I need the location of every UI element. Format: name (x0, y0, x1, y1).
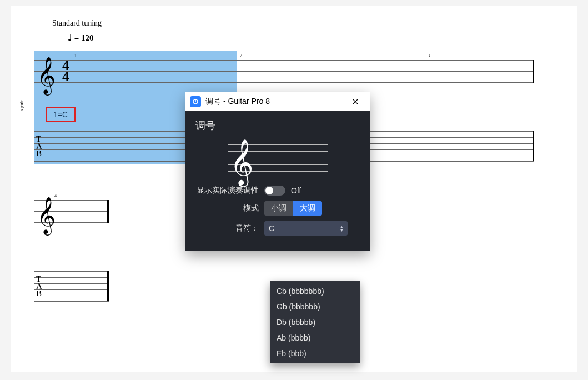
toggle-state: Off (291, 186, 301, 195)
app-icon (190, 96, 201, 107)
standard-staff-1[interactable] (34, 60, 534, 83)
note-option[interactable]: Db (bbbbb) (270, 314, 360, 330)
tab-staff-2[interactable] (34, 271, 109, 301)
mode-label: 模式 (195, 203, 264, 213)
note-option[interactable]: Cb (bbbbbbb) (270, 283, 360, 299)
tuning-label: Standard tuning (52, 19, 102, 28)
mode-major-button[interactable]: 大调 (293, 201, 322, 216)
tab-label-2: T A B (36, 276, 42, 297)
dialog-header: 调号 (195, 119, 360, 132)
close-icon (352, 98, 359, 105)
close-button[interactable] (344, 92, 366, 111)
dialog-title: 调号 - Guitar Pro 8 (205, 97, 270, 107)
track-label: s.guit. (19, 99, 24, 111)
note-dropdown: Cb (bbbbbbb) Gb (bbbbbb) Db (bbbbb) Ab (… (270, 281, 360, 363)
tab-label-1: T A B (36, 136, 42, 157)
measure-number-2: 2 (240, 53, 242, 58)
note-option[interactable]: Ab (bbbb) (270, 330, 360, 346)
key-signature-dialog: 调号 - Guitar Pro 8 调号 𝄞 显示实际演奏调性 Off 模式 小… (185, 92, 370, 251)
mode-minor-button[interactable]: 小调 (264, 201, 293, 216)
show-actual-toggle[interactable] (264, 186, 285, 196)
tempo-value: 120 (81, 33, 94, 42)
note-selected-value: C (269, 224, 274, 233)
tempo-marking: ♩ = 120 (68, 32, 94, 43)
key-preview: 𝄞 (195, 141, 360, 172)
show-actual-label: 显示实际演奏调性 (195, 186, 264, 196)
key-indicator[interactable]: 1=C (46, 107, 76, 122)
measure-number-1: 1 (74, 53, 77, 58)
mode-segmented: 小调 大调 (264, 201, 322, 216)
stepper-arrows-icon: ▴▾ (340, 225, 343, 232)
measure-number-4: 4 (54, 193, 57, 198)
note-combobox[interactable]: C ▴▾ (264, 221, 348, 236)
dialog-titlebar[interactable]: 调号 - Guitar Pro 8 (185, 92, 370, 111)
note-option[interactable]: Gb (bbbbbb) (270, 299, 360, 314)
note-label: 音符： (195, 223, 264, 233)
note-option[interactable]: Eb (bbb) (270, 346, 360, 361)
tempo-note-icon: ♩ (68, 33, 72, 42)
measure-number-3: 3 (428, 53, 430, 58)
time-signature[interactable]: 4 4 (62, 60, 69, 82)
